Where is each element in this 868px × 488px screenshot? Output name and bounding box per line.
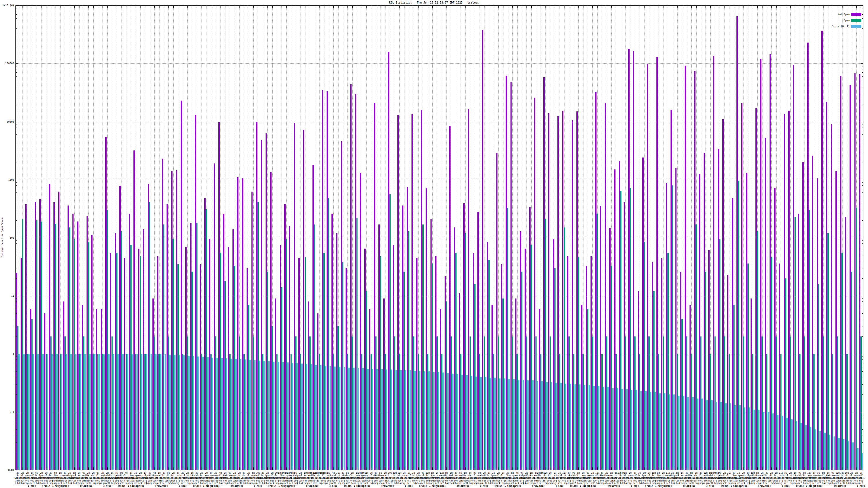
x-tick-label: org [190,480,194,482]
x-tick-label: org [638,480,642,482]
x-tick-label: org [327,480,331,482]
x-tick-label: db. [619,475,622,477]
x-tick-label: org [35,480,38,482]
x-tick-label: 9@ [271,472,274,474]
x-tick-label: 9@ [572,472,575,474]
x-tick-label: 8@ [210,472,212,474]
x-tick-label: 2 hops [386,485,394,487]
x-tick-label: 1 hop [377,482,384,485]
x-tick-label: 5@ [784,472,787,474]
x-tick-label: 2@ [299,472,302,474]
x-tick-label: 5 hops [254,485,262,487]
x-tick-label: 10@ [845,472,849,474]
x-tick-label: 2@ [31,472,33,474]
x-tick-label: db. [91,475,95,477]
x-tick-label: 1@ [351,472,354,474]
x-tick-label: 10@ [807,472,811,474]
x-tick-label: net [849,480,854,482]
x-tick-label: net [699,480,703,482]
x-tick-label: org [25,480,29,482]
x-tick-label: 2@ [17,472,19,474]
x-tick-label: 6@ [252,472,255,474]
x-tick-label: org [129,482,133,485]
x-tick-label: 3@ [266,472,269,474]
x-tick-label: 11@ [666,472,670,474]
y-major-tick-right [861,470,863,470]
x-tick-label: com [152,480,156,482]
x-tick-label: 10@ [840,472,844,474]
x-tick-label: bl. [96,475,100,477]
y-tick-label: 10 [0,294,14,297]
x-tick-label: org [642,480,646,482]
x-tick-label: 10@ [652,472,656,474]
x-tick-label: 0@ [803,472,806,474]
x-tick-label: info [467,480,472,482]
x-tick-label: 5 hops [513,485,521,487]
x-tick-label: 3@ [737,472,740,474]
x-tick-label: db. [694,475,698,477]
x-tick-label: net [407,480,411,482]
x-tick-label: 3@ [506,472,509,474]
x-tick-label: com [148,480,152,482]
x-tick-label: net [784,480,787,482]
x-tick-label: com [374,480,378,482]
x-tick-label: 5 hops [480,485,488,487]
x-tick-label: 2@ [224,472,226,474]
x-tick-label: net [586,482,590,485]
x-tick-label: 10@ [393,472,397,474]
x-tick-label: dnsbl. [857,475,865,477]
x-tick-label: 9@ [370,472,372,474]
x-tick-label: 3@ [455,472,457,474]
x-tick-label: bl. [172,475,175,477]
x-tick-label: 11@ [336,472,340,474]
x-tick-label: 10@ [835,472,839,474]
x-tick-label: 2 hops [612,485,620,487]
x-tick-label: 9@ [511,472,514,474]
x-tick-label: net [812,482,816,485]
x-tick-label: com [525,480,528,482]
x-tick-label: 0@ [662,472,664,474]
x-tick-label: 2@ [68,472,71,474]
x-tick-label: 5@ [379,472,382,474]
x-tick-label: com [379,480,382,482]
x-tick-label: org [779,480,783,482]
x-tick-label: 9@ [445,472,448,474]
x-tick-label: 2@ [106,472,109,474]
x-tick-label: net [558,480,561,482]
x-tick-label: net [157,482,161,485]
x-tick-label: 6@ [464,472,467,474]
x-tick-label: 5 hops [179,485,187,487]
x-tick-label: info [15,480,20,482]
x-tick-label: 2@ [742,472,745,474]
x-tick-label: info [317,480,322,482]
x-tick-label: org [746,480,750,482]
x-tick-label: db. [845,475,849,477]
x-tick-label: org [704,480,707,482]
x-tick-label: 5@ [827,472,830,474]
x-tick-label: 6@ [54,472,57,474]
x-tick-label: origin [118,485,125,487]
x-tick-label: 5@ [469,472,471,474]
x-tick-label: 10@ [397,472,401,474]
x-tick-label: info [91,480,96,482]
x-tick-label: 5 hops [438,485,446,487]
x-tick-label: net [360,482,364,485]
x-tick-label: 5 hops [136,485,144,487]
x-tick-label: origin [796,485,804,487]
x-tick-label: 5 hops [815,485,823,487]
x-tick-label: 2 hops [160,485,168,487]
x-tick-label: 1 hop [830,482,836,485]
x-tick-label: org [261,480,265,482]
x-tick-label: org [431,482,434,485]
x-tick-label: 2@ [130,472,132,474]
x-tick-label: db. [16,475,20,477]
x-tick-label: 8@ [167,472,170,474]
x-tick-label: 3@ [591,472,594,474]
x-tick-label: org [671,480,674,482]
x-tick-label: 0@ [629,472,631,474]
x-tick-label: 2@ [582,472,585,474]
x-tick-label: ix. [87,475,90,477]
x-tick-label: info [844,480,849,482]
x-tick-label: org [567,480,571,482]
x-tick-label: net [105,480,109,482]
